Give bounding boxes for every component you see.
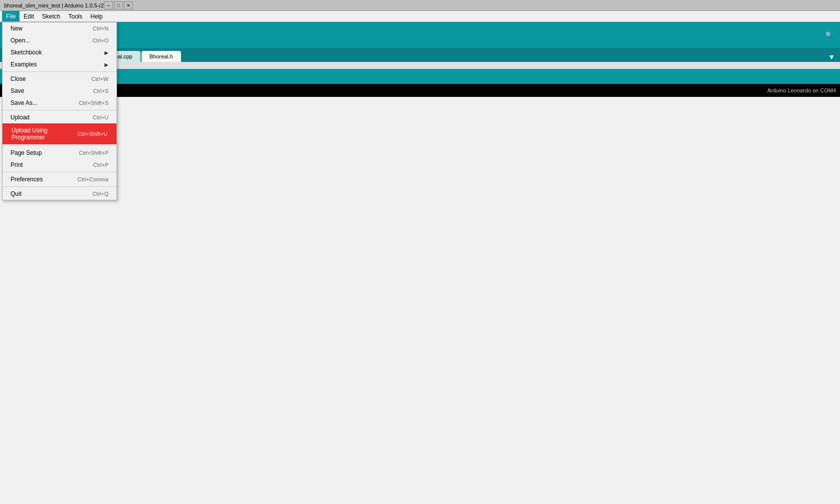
separator-1 [2, 71, 116, 72]
menu-page-setup[interactable]: Page Setup Ctrl+Shift+P [2, 147, 116, 159]
title-bar-title: bhoreal_slim_mini_test | Arduino 1.0.5-r… [4, 2, 104, 8]
menu-sketchbook[interactable]: Sketchbook ▶ [2, 46, 116, 58]
menu-item-file[interactable]: File [2, 11, 20, 21]
menu-save-label: Save [10, 87, 24, 94]
menu-examples-label: Examples [10, 61, 37, 68]
menu-close-label: Close [10, 75, 26, 82]
menu-item-sketch[interactable]: Sketch [38, 11, 64, 21]
menu-upload-programmer-shortcut: Ctrl+Shift+U [78, 131, 108, 137]
menu-upload-programmer-label: Upload Using Programmer [12, 127, 78, 141]
menu-upload-shortcut: Ctrl+U [93, 114, 108, 120]
menu-save-as-label: Save As... [10, 99, 38, 106]
menu-close-shortcut: Ctrl+W [92, 76, 108, 82]
menu-upload[interactable]: Upload Ctrl+U [2, 111, 116, 123]
menu-quit-shortcut: Ctrl+Q [92, 191, 108, 197]
minimize-button[interactable]: ─ [104, 1, 113, 9]
menu-quit[interactable]: Quit Ctrl+Q [2, 188, 116, 200]
submenu-arrow-examples: ▶ [104, 62, 108, 67]
tabs-dropdown-button[interactable]: ▼ [825, 52, 838, 62]
window-controls[interactable]: ─ □ ✕ [104, 1, 133, 9]
separator-3 [2, 145, 116, 146]
menu-quit-label: Quit [10, 190, 22, 197]
menu-item-tools[interactable]: Tools [64, 11, 86, 21]
tab-bhoreal-h[interactable]: Bhoreal.h [142, 51, 181, 62]
menu-new-shortcut: Ctrl+N [93, 25, 108, 31]
board-info: Arduino Leonardo on COM4 [767, 87, 836, 93]
menu-new[interactable]: New Ctrl+N [2, 22, 116, 34]
menu-open-shortcut: Ctrl+O [92, 37, 108, 43]
separator-4 [2, 172, 116, 172]
menu-save-as[interactable]: Save As... Ctrl+Shift+S [2, 97, 116, 109]
close-button[interactable]: ✕ [124, 1, 133, 9]
tabs-bar: .cpp Adafruit_NeoPixel.h Bhoreal.cpp Bho… [0, 48, 840, 62]
menu-sketchbook-label: Sketchbook [10, 49, 42, 56]
menu-print[interactable]: Print Ctrl+P [2, 159, 116, 171]
menu-item-help[interactable]: Help [86, 11, 107, 21]
menu-preferences-shortcut: Ctrl+Comma [78, 176, 108, 182]
horizontal-scrollbar[interactable] [0, 62, 840, 69]
search-button[interactable]: 🔍 [822, 28, 836, 42]
title-bar: bhoreal_slim_mini_test | Arduino 1.0.5-r… [0, 0, 840, 11]
menu-save-shortcut: Ctrl+S [93, 88, 108, 94]
menu-close[interactable]: Close Ctrl+W [2, 73, 116, 85]
toolbar: ✓ → 📄 📁 💾 🔍 [0, 22, 840, 48]
menu-print-label: Print [10, 161, 23, 168]
menu-bar: File Edit Sketch Tools Help [0, 11, 840, 22]
menu-save-as-shortcut: Ctrl+Shift+S [79, 100, 108, 106]
file-menu: New Ctrl+N Open... Ctrl+O Sketchbook ▶ E… [2, 22, 117, 200]
menu-item-edit[interactable]: Edit [20, 11, 38, 21]
bottom-bar: 1 Arduino Leonardo on COM4 [0, 84, 840, 97]
menu-upload-label: Upload [10, 114, 30, 121]
submenu-arrow-sketchbook: ▶ [104, 50, 108, 55]
menu-page-setup-shortcut: Ctrl+Shift+P [79, 150, 108, 156]
menu-preferences[interactable]: Preferences Ctrl+Comma [2, 173, 116, 185]
maximize-button[interactable]: □ [114, 1, 123, 9]
menu-upload-programmer[interactable]: Upload Using Programmer Ctrl+Shift+U [2, 123, 116, 144]
separator-2 [2, 110, 116, 110]
menu-open-label: Open... [10, 37, 30, 44]
menu-page-setup-label: Page Setup [10, 149, 42, 156]
separator-5 [2, 186, 116, 187]
menu-preferences-label: Preferences [10, 176, 43, 183]
menu-save[interactable]: Save Ctrl+S [2, 85, 116, 97]
menu-print-shortcut: Ctrl+P [93, 162, 108, 168]
status-bar [0, 69, 840, 84]
menu-examples[interactable]: Examples ▶ [2, 58, 116, 70]
menu-open[interactable]: Open... Ctrl+O [2, 34, 116, 46]
menu-new-label: New [10, 25, 22, 32]
